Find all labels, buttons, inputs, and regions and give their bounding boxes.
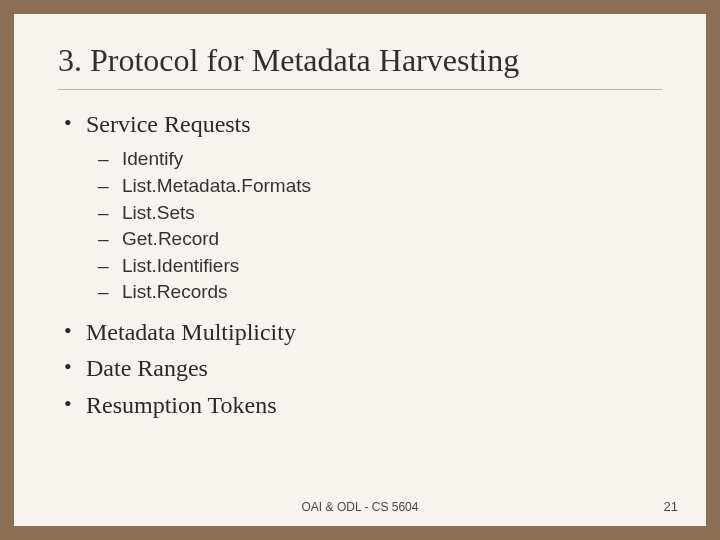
sub-bullet-item: List.Metadata.Formats	[122, 173, 662, 200]
sub-bullet-list: Identify List.Metadata.Formats List.Sets…	[86, 146, 662, 306]
bullet-item: Resumption Tokens	[86, 389, 662, 421]
footer-text: OAI & ODL - CS 5604	[14, 500, 706, 514]
bullet-item: Date Ranges	[86, 352, 662, 384]
sub-bullet-item: List.Identifiers	[122, 253, 662, 280]
sub-bullet-item: List.Sets	[122, 200, 662, 227]
bullet-item: Service Requests Identify List.Metadata.…	[86, 108, 662, 306]
page-number: 21	[664, 499, 678, 514]
sub-bullet-item: Get.Record	[122, 226, 662, 253]
sub-bullet-item: List.Records	[122, 279, 662, 306]
bullet-list: Service Requests Identify List.Metadata.…	[58, 108, 662, 421]
bullet-text: Service Requests	[86, 111, 251, 137]
slide-body: 3. Protocol for Metadata Harvesting Serv…	[14, 14, 706, 526]
slide-frame: 3. Protocol for Metadata Harvesting Serv…	[0, 0, 720, 540]
slide-title: 3. Protocol for Metadata Harvesting	[58, 42, 662, 79]
title-divider	[58, 89, 662, 90]
bullet-item: Metadata Multiplicity	[86, 316, 662, 348]
sub-bullet-item: Identify	[122, 146, 662, 173]
